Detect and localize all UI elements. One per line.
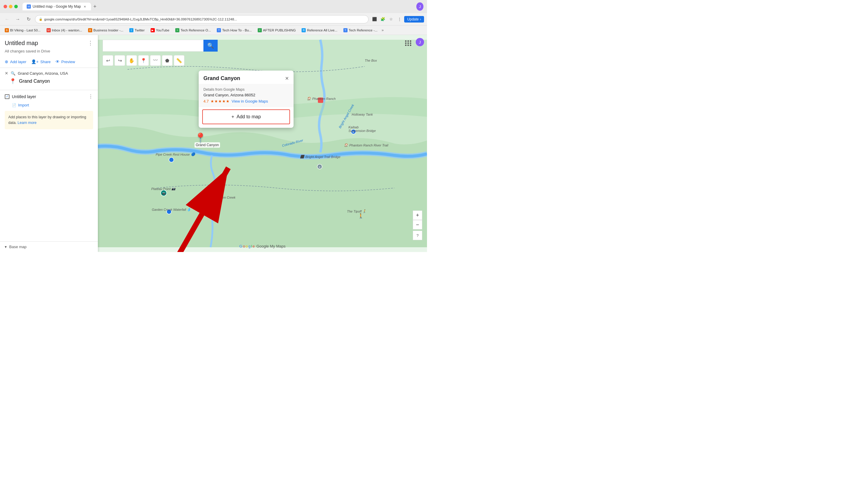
forward-button[interactable]: → [14,15,22,23]
add-to-map-button[interactable]: + Add to map [202,109,290,124]
pin-label-text: Grand Canyon [195,142,220,148]
hand-tool-button[interactable]: ✋ [126,55,137,66]
layer-hint-box: Add places to this layer by drawing or i… [5,111,93,129]
bookmark-bi-viking[interactable]: B BI Viking - Last 50... [3,27,42,33]
map-profile-avatar: J [416,38,424,46]
bookmark-label-tech2: Tech Reference -... [349,29,377,32]
import-icon: 📄 [12,103,16,107]
back-button[interactable]: ← [3,15,11,23]
add-layer-label: Add layer [10,59,26,64]
apps-icon [404,39,413,47]
base-map-button[interactable]: ▾ Base map [5,245,93,249]
popup-address: Grand Canyon, Arizona 86052 [203,93,289,97]
learn-more-link[interactable]: Learn more [18,121,36,125]
bookmark-label-how: Tech How To - Bu... [222,29,252,32]
logo-o2: o [246,244,248,249]
bookmark-tech-ref[interactable]: + Tech Reference O... [174,27,213,33]
bookmark-label-ref: Reference All Live... [307,29,337,32]
logo-o1: o [243,244,245,249]
map-avatar[interactable]: J [416,38,424,46]
info-popup: Grand Canyon ✕ Details from Google Maps … [199,71,293,128]
zoom-help-button[interactable]: ? [413,231,422,240]
preview-label: Preview [61,59,75,64]
map-area[interactable]: K 📷 🚶 B The Box 🏠 Phantom Ranc [98,35,427,252]
marker-tool-button[interactable]: 📍 [138,55,149,66]
bookmark-label-bi: BI Viking - Last 50... [10,29,41,32]
map-search-input[interactable] [103,40,203,52]
bookmarks-overflow[interactable]: » [381,28,384,32]
preview-button[interactable]: 👁 Preview [55,59,75,64]
layer-menu-button[interactable]: ⋮ [88,94,93,99]
bookmark-icon-twitter: t [129,28,134,32]
active-tab[interactable]: M Untitled map - Google My Map ✕ [22,3,91,11]
svg-rect-1 [318,97,323,103]
new-tab-button[interactable]: + [91,3,99,10]
cast-icon[interactable]: ⬛ [371,16,378,23]
search-result-item[interactable]: 📍 Grand Canyon [5,76,93,87]
search-clear-button[interactable]: ✕ [5,71,8,76]
redo-button[interactable]: ↪ [114,55,125,66]
profile-icon[interactable]: J [416,3,424,10]
nav-icons: ⬛ 🧩 ☆ ⋮ Update › [371,16,424,23]
bookmark-icon-pub: + [258,28,262,32]
result-name: Grand Canyon [19,78,50,84]
add-to-map-label: Add to map [237,114,261,120]
bookmark-youtube[interactable]: ▶ YouTube [149,27,171,33]
sidebar: Untitled map ⋮ All changes saved in Driv… [0,35,98,252]
shape-tool-button[interactable]: ⬟ [162,55,173,66]
result-pin-icon: 📍 [10,78,16,85]
add-layer-button[interactable]: ⊕ Add layer [5,59,26,64]
ruler-tool-button[interactable]: 📏 [174,55,184,66]
layer-checkbox[interactable]: ✓ [5,94,10,99]
sidebar-header: Untitled map ⋮ [0,35,98,49]
chevron-down-icon: ▾ [5,245,7,249]
view-in-maps-link[interactable]: View in Google Maps [232,99,268,104]
grand-canyon-pin[interactable]: 📍 Grand Canyon [195,132,220,148]
nav-bar: ← → ↻ 🔒 google.com/maps/d/u/0/edit?hl=en… [0,13,427,25]
saved-status: All changes saved in Drive [0,49,98,57]
tab-bar: M Untitled map - Google My Map ✕ + [22,3,414,11]
update-arrow: › [420,17,421,21]
more-options-icon[interactable]: ⋮ [396,16,403,23]
sidebar-menu-button[interactable]: ⋮ [88,40,93,46]
zoom-out-button[interactable]: − [413,220,422,230]
map-toolbar: ↩ ↪ ✋ 📍 〰 ⬟ 📏 [103,55,184,66]
title-bar: M Untitled map - Google My Map ✕ + J [0,0,427,13]
logo-g2: g [249,244,251,249]
bookmark-label-inbox: Inbox (4) - wanton... [52,29,82,32]
tab-close-button[interactable]: ✕ [83,4,87,8]
maximize-traffic-light[interactable] [14,5,18,8]
star-icon[interactable]: ☆ [388,16,395,23]
reload-button[interactable]: ↻ [24,15,33,23]
address-bar[interactable]: 🔒 google.com/maps/d/u/0/edit?hl=en&mid=1… [35,15,369,23]
layer-title-row: ✓ Untitled layer [5,94,36,99]
share-button[interactable]: 👤+ Share [31,59,51,64]
extensions-icon[interactable]: 🧩 [379,16,386,23]
bookmark-icon-tech: + [175,28,179,32]
undo-button[interactable]: ↩ [103,55,113,66]
import-button[interactable]: 📄 Import [5,102,93,108]
zoom-controls: + − ? [413,211,422,240]
rating-number: 4.7 [203,99,209,104]
bookmark-inbox[interactable]: M Inbox (4) - wanton... [45,27,84,33]
bookmark-business-insider[interactable]: B Business Insider -... [86,27,125,33]
update-button[interactable]: Update › [404,16,424,22]
bookmark-tech-how[interactable]: T Tech How To - Bu... [215,27,253,33]
lock-icon: 🔒 [39,18,42,21]
bookmark-after-pub[interactable]: + AFTER PUBLISHING [256,27,298,33]
bookmark-ref-all[interactable]: R Reference All Live... [300,27,339,33]
bookmark-twitter[interactable]: t Twitter [127,27,146,33]
bookmark-icon-bi2: B [88,28,92,32]
search-query-text: Grand Canyon, Arizona, USA [18,71,68,76]
svg-text:B: B [319,166,320,168]
map-search-button[interactable]: 🔍 [203,40,218,52]
line-tool-button[interactable]: 〰 [150,55,161,66]
map-background: K 📷 🚶 B [98,35,427,252]
apps-grid-button[interactable] [404,39,413,47]
minimize-traffic-light[interactable] [9,5,13,8]
zoom-in-button[interactable]: + [413,211,422,220]
popup-close-button[interactable]: ✕ [285,76,289,81]
close-traffic-light[interactable] [3,5,7,8]
bookmark-tech-ref2[interactable]: T Tech Reference -... [342,27,379,33]
map-search-bar: 🔍 [103,40,218,52]
